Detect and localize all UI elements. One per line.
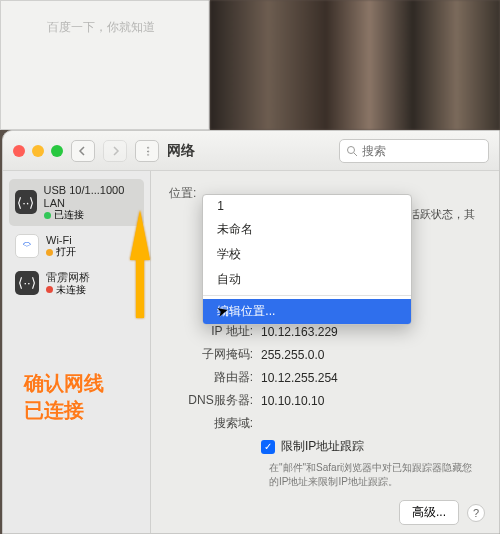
help-button[interactable]: ? (467, 504, 485, 522)
advanced-button[interactable]: 高级... (399, 500, 459, 525)
limit-ip-tracking-hint: 在"邮件"和Safari浏览器中对已知跟踪器隐藏您的IP地址来限制IP地址跟踪。 (269, 461, 481, 488)
location-option[interactable]: 未命名 (203, 217, 411, 242)
subnet-mask-value: 255.255.0.0 (261, 348, 324, 362)
dns-label: DNS服务器: (169, 392, 261, 409)
sidebar-item-wifi[interactable]: ⌔ Wi-Fi 打开 (9, 229, 144, 263)
ip-address-label: IP 地址: (169, 323, 261, 340)
svg-point-0 (348, 146, 355, 153)
back-button[interactable] (71, 140, 95, 162)
dns-value: 10.10.10.10 (261, 394, 324, 408)
search-icon (346, 145, 358, 157)
router-value: 10.12.255.254 (261, 371, 338, 385)
location-label: 位置: (169, 185, 196, 202)
search-domain-label: 搜索域: (169, 415, 261, 432)
interface-name: USB 10/1...1000 LAN (44, 184, 138, 209)
browser-search-hint: 百度一下，你就知道 (47, 19, 155, 36)
interface-sidebar: ⟨··⟩ USB 10/1...1000 LAN 已连接 ⌔ Wi-Fi 打开 … (3, 171, 151, 533)
checkbox-checked-icon[interactable]: ✓ (261, 440, 275, 454)
location-option[interactable]: 自动 (203, 267, 411, 292)
limit-ip-tracking-row[interactable]: ✓限制IP地址跟踪 (261, 438, 364, 455)
wifi-icon: ⌔ (15, 234, 39, 258)
svg-line-1 (354, 153, 357, 156)
thunderbolt-icon: ⟨··⟩ (15, 271, 39, 295)
ip-address-value: 10.12.163.229 (261, 325, 338, 339)
status-dot-on (46, 249, 53, 256)
edit-locations-menu-item[interactable]: 编辑位置... ➤ (203, 299, 411, 324)
background-browser-window: 百度一下，你就知道 (0, 0, 210, 130)
sidebar-item-usb-lan[interactable]: ⟨··⟩ USB 10/1...1000 LAN 已连接 (9, 179, 144, 226)
zoom-button[interactable] (51, 145, 63, 157)
subnet-mask-label: 子网掩码: (169, 346, 261, 363)
minimize-button[interactable] (32, 145, 44, 157)
annotation-arrow (130, 210, 150, 260)
forward-button[interactable] (103, 140, 127, 162)
window-controls (13, 145, 63, 157)
location-option[interactable]: 1 (203, 195, 411, 217)
status-dot-connected (44, 212, 51, 219)
network-preferences-window: 𐄛 网络 ⟨··⟩ USB 10/1...1000 LAN 已连接 ⌔ Wi-F… (2, 130, 500, 534)
sidebar-item-thunderbolt-bridge[interactable]: ⟨··⟩ 雷雳网桥 未连接 (9, 266, 144, 300)
close-button[interactable] (13, 145, 25, 157)
menu-separator (203, 295, 411, 296)
interface-name: Wi-Fi (46, 234, 76, 247)
interface-name: 雷雳网桥 (46, 271, 90, 284)
location-dropdown-menu: 1 未命名 学校 自动 编辑位置... ➤ (202, 194, 412, 325)
search-input[interactable] (362, 144, 472, 158)
window-title: 网络 (167, 142, 195, 160)
content-pane: 位置: 1 未命名 学校 自动 编辑位置... ➤ "当前处于 (151, 171, 499, 533)
titlebar: 𐄛 网络 (3, 131, 499, 171)
status-dot-disconnected (46, 286, 53, 293)
ethernet-icon: ⟨··⟩ (15, 190, 37, 214)
show-all-button[interactable]: 𐄛 (135, 140, 159, 162)
location-option[interactable]: 学校 (203, 242, 411, 267)
desktop-wallpaper (210, 0, 500, 130)
search-field[interactable] (339, 139, 489, 163)
router-label: 路由器: (169, 369, 261, 386)
